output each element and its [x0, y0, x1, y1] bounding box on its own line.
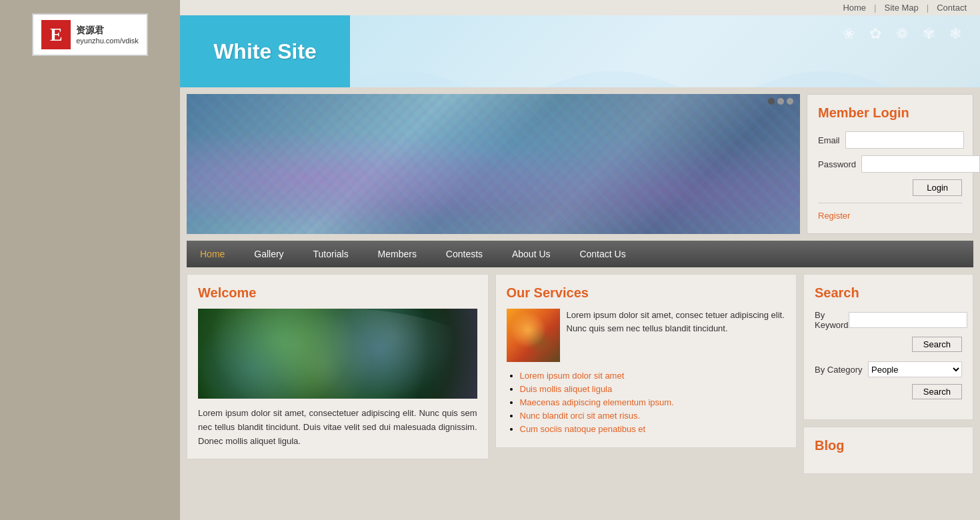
category-select[interactable]: People Places Animals Nature Technology	[868, 361, 962, 377]
list-item: Maecenas adipiscing elementum ipsum.	[520, 397, 786, 407]
sep1: |	[874, 3, 876, 13]
top-bar: Home | Site Map | Contact	[180, 0, 980, 15]
home-link[interactable]: Home	[843, 3, 866, 13]
header: White Site	[180, 15, 980, 87]
globe-image	[198, 309, 477, 399]
category-row: By Category People Places Animals Nature…	[815, 361, 962, 377]
nav-about[interactable]: About Us	[499, 241, 564, 267]
welcome-title: Welcome	[198, 285, 477, 301]
slide-image	[187, 94, 800, 234]
dot-2[interactable]	[777, 98, 784, 105]
site-title-box: White Site	[180, 15, 350, 87]
category-search-btn-row: Search	[815, 384, 962, 399]
list-item: Nunc blandit orci sit amet risus.	[520, 410, 786, 421]
contact-link[interactable]: Contact	[937, 3, 967, 13]
header-banner	[350, 15, 980, 87]
dot-3[interactable]	[787, 98, 793, 105]
service-thumb	[507, 309, 560, 362]
list-item: Lorem ipsum dolor sit amet	[520, 370, 786, 381]
register-link[interactable]: Register	[818, 211, 850, 221]
keyword-search-button[interactable]: Search	[912, 337, 962, 352]
service-desc: Lorem ipsum dolor sit amet, consec tetue…	[567, 309, 786, 362]
three-cols: Welcome Lorem ipsum dolor sit amet, cons…	[180, 267, 980, 481]
password-row: Password	[818, 155, 962, 173]
category-search-button[interactable]: Search	[912, 384, 962, 399]
service-top: Lorem ipsum dolor sit amet, consec tetue…	[507, 309, 786, 362]
services-col: Our Services Lorem ipsum dolor sit amet,…	[495, 274, 797, 448]
service-link-5[interactable]: Cum sociis natoque penatibus et	[520, 424, 646, 434]
list-item: Duis mollis aliquet ligula	[520, 383, 786, 394]
slideshow-area	[187, 94, 800, 234]
nav-home[interactable]: Home	[187, 241, 238, 267]
nav-contests[interactable]: Contests	[433, 241, 496, 267]
slide-dots	[768, 98, 793, 105]
search-panel: Search By Keyword Search By Category Peo…	[803, 274, 973, 420]
service-link-2[interactable]: Duis mollis aliquet ligula	[520, 384, 613, 394]
logo-text: 资源君 eyunzhu.com/vdisk	[76, 25, 139, 45]
login-divider	[818, 203, 962, 203]
main-wrapper: Home | Site Map | Contact White Site Mem…	[180, 0, 980, 520]
logo-box: E 资源君 eyunzhu.com/vdisk	[32, 13, 148, 56]
keyword-input[interactable]	[849, 312, 967, 328]
site-title: White Site	[213, 39, 317, 64]
email-label: Email	[818, 135, 840, 145]
service-list: Lorem ipsum dolor sit amet Duis mollis a…	[507, 370, 786, 434]
nav-gallery[interactable]: Gallery	[241, 241, 297, 267]
nav-members[interactable]: Members	[365, 241, 430, 267]
left-panel: E 资源君 eyunzhu.com/vdisk	[0, 0, 180, 520]
content-top: Member Login Email Password Login Regist…	[180, 87, 980, 234]
nav-contact[interactable]: Contact Us	[566, 241, 639, 267]
dot-1[interactable]	[768, 98, 775, 105]
login-btn-row: Login	[818, 179, 962, 196]
welcome-text: Lorem ipsum dolor sit amet, consectetuer…	[198, 407, 477, 448]
nav-bar: Home Gallery Tutorials Members Contests …	[187, 241, 973, 267]
welcome-col: Welcome Lorem ipsum dolor sit amet, cons…	[187, 274, 489, 459]
keyword-search-btn-row: Search	[815, 337, 962, 352]
service-link-3[interactable]: Maecenas adipiscing elementum ipsum.	[520, 397, 674, 407]
list-item: Cum sociis natoque penatibus et	[520, 423, 786, 434]
sep2: |	[927, 3, 929, 13]
blog-title: Blog	[815, 438, 962, 453]
nav-tutorials[interactable]: Tutorials	[300, 241, 362, 267]
logo-e-icon: E	[41, 20, 71, 49]
right-col: Search By Keyword Search By Category Peo…	[803, 274, 973, 474]
login-button[interactable]: Login	[913, 179, 962, 196]
keyword-row: By Keyword	[815, 310, 962, 330]
blog-panel: Blog	[803, 427, 973, 474]
email-row: Email	[818, 131, 962, 149]
password-label: Password	[818, 159, 856, 169]
services-title: Our Services	[507, 285, 786, 301]
service-link-1[interactable]: Lorem ipsum dolor sit amet	[520, 371, 625, 381]
search-title: Search	[815, 285, 962, 301]
member-login-panel: Member Login Email Password Login Regist…	[807, 94, 973, 234]
keyword-label: By Keyword	[815, 310, 849, 330]
member-login-title: Member Login	[818, 105, 962, 121]
email-input[interactable]	[845, 131, 964, 149]
category-label: By Category	[815, 365, 868, 375]
service-link-4[interactable]: Nunc blandit orci sit amet risus.	[520, 411, 641, 421]
password-input[interactable]	[861, 155, 980, 173]
sitemap-link[interactable]: Site Map	[884, 3, 918, 13]
